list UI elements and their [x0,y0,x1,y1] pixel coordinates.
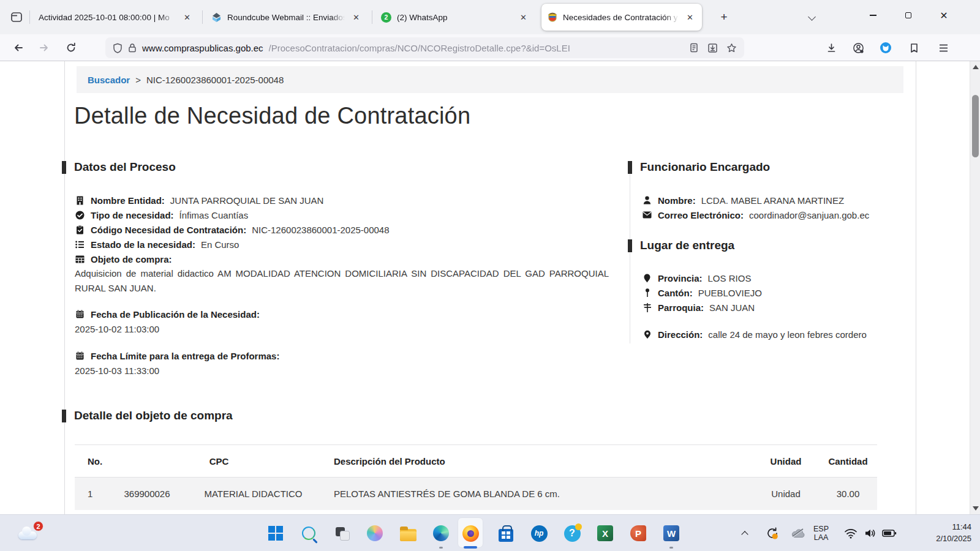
help-button[interactable]: ? [563,524,581,542]
tab-close-icon[interactable]: ✕ [518,12,529,23]
window-close-button[interactable]: ✕ [929,0,959,31]
account-icon[interactable] [848,38,868,58]
col-unidad: Unidad [753,445,819,478]
url-bar[interactable]: www.compraspublicas.gob.ec /ProcesoContr… [105,37,744,58]
tab-close-icon[interactable]: ✕ [684,12,696,23]
right-column-border [630,161,630,343]
field-label: Parroquia: [658,302,704,313]
tab-roundcube[interactable]: Roundcube Webmail :: Enviados ✕ [206,8,367,26]
scroll-up-arrow[interactable] [973,65,979,69]
sync-tray-icon[interactable] [762,515,783,551]
window-restore-button[interactable] [893,0,924,31]
calendar-icon [75,351,85,360]
field-label: Correo Electrónico: [658,210,744,220]
tab-actividad[interactable]: Actividad 2025-10-01 08:00:00 | Mo ✕ [34,8,198,26]
field-value: NIC-1260023860001-2025-00048 [252,225,389,235]
weather-widget[interactable]: 2 [17,526,39,539]
lock-icon[interactable] [128,43,137,53]
downloads-icon[interactable] [821,38,841,58]
cell-cpc-name: MATERIAL DIDACTICO [181,478,325,510]
firefox-view-icon[interactable] [7,8,26,26]
field-objeto-compra: Objeto de compra: [75,252,172,266]
field-value: En Curso [201,239,239,250]
copilot-button[interactable] [366,524,384,542]
field-value: PUEBLOVIEJO [698,288,762,298]
shield-icon[interactable] [113,43,123,53]
section-marker [628,161,632,174]
forward-button[interactable] [34,38,54,58]
tab-whatsapp[interactable]: 2 (2) WhatsApp ✕ [376,8,534,26]
scrollbar-thumb[interactable] [972,95,979,157]
field-canton: Cantón: PUEBLOVIEJO [642,285,762,300]
tab-necesidades-active[interactable]: Necesidades de Contratación y ✕ [541,4,702,31]
file-explorer-button[interactable] [399,524,417,542]
reload-button[interactable] [61,38,81,58]
extensions-ribbon-icon[interactable] [904,38,924,58]
scroll-down-arrow[interactable] [973,506,979,511]
powerpoint-button[interactable]: P [629,524,647,542]
roundcube-icon [211,12,222,23]
hp-button[interactable]: hp [530,524,548,542]
tab-title: Necesidades de Contratación y [563,13,679,22]
tab-title: Roundcube Webmail :: Enviados [227,13,345,22]
back-button[interactable] [9,38,28,58]
volume-icon[interactable] [861,515,880,551]
field-label: Estado de la necesidad: [91,239,195,250]
search-button[interactable] [300,524,318,542]
clipboard-check-icon [75,225,85,234]
word-button[interactable]: W [662,524,680,542]
excel-button[interactable]: X [596,524,614,542]
tab-close-icon[interactable]: ✕ [350,12,362,23]
store-button[interactable] [497,524,515,542]
new-tab-button[interactable]: + [715,9,733,26]
window-minimize-button[interactable] [858,0,888,31]
list-all-tabs-button[interactable] [804,10,820,23]
field-label: Código Necesidad de Contratación: [91,225,246,235]
fecha-limite-value: 2025-10-03 11:33:00 [75,364,159,378]
copilot-icon [367,525,383,541]
detail-table: No. CPC Descripción del Producto Unidad … [75,444,877,510]
language-code: ESP [813,525,829,533]
cell-cantidad: 30.00 [819,478,877,510]
col-cantidad: Cantidad [819,445,877,478]
tab-title: (2) WhatsApp [397,13,512,22]
save-page-icon[interactable] [707,43,718,53]
tab-close-icon[interactable]: ✕ [181,12,193,23]
building-icon [75,196,85,205]
firefox-button[interactable] [461,524,480,542]
onedrive-offline-icon[interactable] [788,515,809,551]
tab-title: Actividad 2025-10-01 08:00:00 | Mo [39,13,176,22]
taskbar-clock[interactable]: 11:44 2/10/2025 [936,521,971,544]
whatsapp-badge-icon: 2 [381,12,391,23]
breadcrumb: Buscador > NIC-1260023860001-2025-00048 [77,66,903,93]
folder-icon [400,529,417,541]
search-icon [302,527,315,540]
task-view-button[interactable] [333,524,351,542]
bookmark-star-icon[interactable] [726,43,737,53]
clock-date: 2/10/2025 [936,533,971,544]
check-circle-icon [75,211,85,220]
cell-unidad: Unidad [753,478,819,510]
extension-fox-icon[interactable] [876,38,895,58]
menu-icon[interactable] [933,38,953,58]
tab-divider [372,10,372,24]
help-label: ? [569,528,575,539]
section-heading: Detalle del objeto de compra [74,409,233,422]
field-label: Tipo de necesidad: [91,210,174,220]
section-marker [628,239,632,252]
reader-mode-icon[interactable] [689,43,699,53]
tab-divider [202,10,203,24]
language-indicator[interactable]: ESPLAA [813,515,835,551]
battery-icon[interactable] [880,515,899,551]
task-view-icon [334,526,349,541]
wifi-icon[interactable] [842,515,860,551]
edge-button[interactable] [432,524,450,542]
start-button[interactable] [266,524,285,542]
tray-expand-button[interactable] [742,515,757,551]
section-datos-proceso: Datos del Proceso [62,160,176,174]
section-heading: Lugar de entrega [640,239,734,252]
taskbar: 2 hp ? X P W ESPLAA 11:44 2/10/2025 [0,514,980,551]
chevron-down-icon [808,13,816,21]
browser-scrollbar[interactable] [970,61,980,514]
breadcrumb-link-buscador[interactable]: Buscador [88,75,130,85]
